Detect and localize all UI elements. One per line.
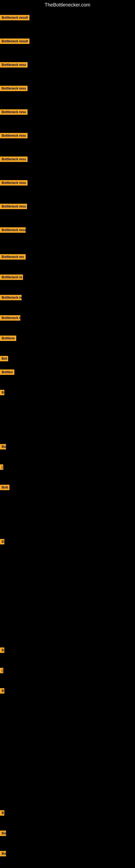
bottleneck-badge-14[interactable]: Bottleneck re [0,315,20,322]
badge-text-28: Bo [0,851,6,856]
badge-text-22: B [0,539,4,545]
bottleneck-badge-19[interactable]: Bo [0,444,6,451]
bottleneck-badge-11[interactable]: Bottleneck res [0,254,26,261]
bottleneck-badge-4[interactable]: Bottleneck resu [0,86,28,92]
bottleneck-badge-6[interactable]: Bottleneck resu [0,133,28,140]
badge-text-25: B [0,688,4,693]
bottleneck-badge-5[interactable]: Bottleneck resu [0,109,28,116]
bottleneck-badge-1[interactable]: Bottleneck result [0,15,30,22]
badge-text-5: Bottleneck resu [0,109,28,115]
badge-text-21: Bott [0,485,9,490]
badge-text-1: Bottleneck result [0,15,30,20]
badge-text-11: Bottleneck res [0,254,26,259]
bottleneck-badge-8[interactable]: Bottleneck resu [0,180,28,187]
bottleneck-badge-15[interactable]: Bottlene [0,336,16,342]
badge-text-17: Bottlen [0,369,14,375]
badge-text-26: B [0,810,4,816]
badge-text-7: Bottleneck resu [0,156,28,162]
bottleneck-badge-27[interactable]: Bo [0,831,6,837]
bottleneck-badge-22[interactable]: B [0,539,4,546]
bottleneck-badge-26[interactable]: B [0,810,4,817]
badge-text-20: | [0,464,3,470]
bottleneck-badge-17[interactable]: Bottlen [0,369,14,376]
bottleneck-badge-12[interactable]: Bottleneck re [0,275,23,281]
bottleneck-badge-3[interactable]: Bottleneck resu [0,62,28,69]
site-title: TheBottlenecker.com [0,0,135,10]
bottleneck-badge-28[interactable]: Bo [0,851,6,858]
bottleneck-badge-25[interactable]: B [0,688,4,695]
bottleneck-badge-10[interactable]: Bottleneck resu [0,227,26,234]
badge-text-19: Bo [0,444,6,450]
badge-text-2: Bottleneck result [0,38,30,44]
bottleneck-badge-18[interactable]: B [0,390,4,396]
bottleneck-badge-13[interactable]: Bottleneck re [0,295,21,301]
badge-text-13: Bottleneck re [0,295,21,300]
badge-text-10: Bottleneck resu [0,227,26,233]
badge-text-15: Bottlene [0,336,16,341]
bottleneck-badge-20[interactable]: | [0,464,2,471]
badge-text-24: | [0,668,3,673]
badge-text-6: Bottleneck resu [0,133,28,138]
bottleneck-badge-2[interactable]: Bottleneck result [0,38,30,45]
badge-text-23: B [0,648,4,653]
badge-text-12: Bottleneck re [0,275,23,280]
bottleneck-badge-23[interactable]: B [0,648,4,654]
bottleneck-badge-9[interactable]: Bottleneck resu [0,204,27,210]
badge-text-14: Bottleneck re [0,315,20,321]
badge-text-9: Bottleneck resu [0,204,27,209]
badge-text-4: Bottleneck resu [0,86,28,91]
bottleneck-badge-24[interactable]: | [0,668,2,674]
badge-text-16: Bot [0,356,8,361]
badge-text-3: Bottleneck resu [0,62,28,67]
bottleneck-badge-7[interactable]: Bottleneck resu [0,156,28,163]
bottleneck-badge-21[interactable]: Bott [0,485,9,491]
badge-text-27: Bo [0,831,6,836]
badge-text-18: B [0,390,4,395]
bottleneck-badge-16[interactable]: Bot [0,356,8,362]
badge-text-8: Bottleneck resu [0,180,28,186]
